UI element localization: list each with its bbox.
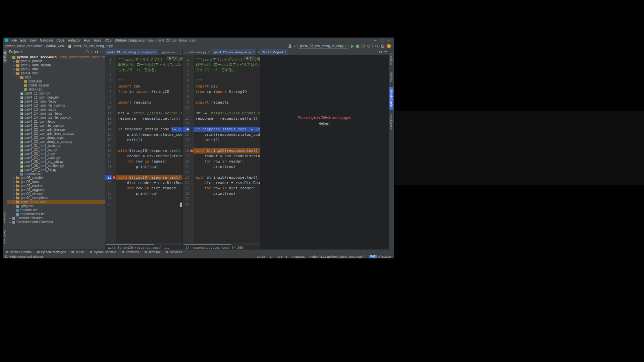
code-line[interactable]: 9import requests: [183, 100, 260, 105]
menu-view[interactable]: View: [28, 39, 38, 42]
tree-item-part4-34-html-class-py[interactable]: part4_34_html_class.py: [7, 156, 105, 160]
code-line[interactable]: 18with StringIO(response.text) as string…: [105, 148, 182, 154]
avatar[interactable]: [387, 44, 391, 48]
code-line[interactable]: 28: [105, 202, 182, 207]
toolwindow-button-python-packages[interactable]: Python Packages: [37, 250, 66, 254]
code-line[interactable]: 7from io import StringIO: [183, 89, 260, 95]
toolwindow-button-services[interactable]: Services: [166, 250, 182, 254]
editor-tab[interactable]: v_split_lines.py×: [183, 49, 212, 55]
code-line[interactable]: 8: [183, 95, 260, 100]
code-line[interactable]: 22: [105, 170, 182, 175]
tree-item-part04-web[interactable]: ▾part04_web: [7, 71, 105, 75]
tree-chevron-icon[interactable]: ▾: [12, 71, 16, 75]
code-line[interactable]: 14if response.status_code != 200:: [105, 127, 182, 132]
status-item-python-3-11-python-basic-sec2-main-[interactable]: Python 3.11 (python_basic_sec2-main): [309, 255, 364, 258]
code-line[interactable]: 20 for row in reader:: [105, 159, 182, 164]
tree-item-readme-md[interactable]: readme.md: [7, 208, 105, 212]
status-item-utf-8[interactable]: UTF-8: [278, 255, 287, 258]
tree-chevron-icon[interactable]: ▸: [12, 196, 16, 200]
tree-item-stock-csv[interactable]: stock.csv: [7, 87, 105, 92]
close-icon[interactable]: ×: [284, 50, 286, 54]
menu-tools[interactable]: Tools: [92, 39, 103, 42]
code-line[interactable]: 8: [105, 95, 182, 100]
profiler-icon[interactable]: [367, 45, 370, 48]
code-line[interactable]: 10: [105, 105, 182, 111]
code-line[interactable]: 19 reader = csv.reader(string_io): [105, 154, 182, 159]
tree-chevron-icon[interactable]: ▸: [12, 67, 16, 71]
search-icon[interactable]: [375, 44, 379, 48]
tree-chevron-icon[interactable]: ▸: [12, 59, 16, 63]
code-line[interactable]: 6import csv: [183, 84, 260, 89]
tree-item-metal-all-json[interactable]: metal_all.json: [7, 83, 105, 87]
code-line[interactable]: 16 exit(1): [183, 137, 260, 143]
debug-icon[interactable]: [356, 45, 359, 48]
tree-item-part4-21-csv-file-py[interactable]: part4_21_csv_file.py: [7, 120, 105, 124]
menu-edit[interactable]: Edit: [18, 39, 28, 42]
tree-chevron-icon[interactable]: ▸: [12, 192, 16, 196]
code-line[interactable]: 3ウェブサーバーである。: [183, 68, 260, 73]
menu-run[interactable]: Run: [82, 39, 92, 42]
code-line[interactable]: 19 reader = csv.reader(string_io): [183, 154, 260, 159]
tree-item-venv[interactable]: ▸venvlibrary root: [7, 200, 105, 204]
code-line[interactable]: 25 for row in dict_reader:: [183, 186, 260, 191]
code-area[interactable]: 2 ▾ 1"""csvファイルをダウンロードして解析する。2取得元が、ローカルの…: [105, 55, 182, 243]
tree-item-part4-31-html-basic-py[interactable]: part4_31_html_basic.py: [7, 144, 105, 148]
tree-chevron-icon[interactable]: ▸: [12, 188, 16, 192]
close-icon[interactable]: ×: [208, 50, 209, 54]
code-line[interactable]: 24 dict_reader = csv.DictReader(string_i…: [183, 180, 260, 186]
maximize-icon[interactable]: □: [381, 39, 383, 42]
minimize-icon[interactable]: ─: [374, 39, 376, 42]
code-line[interactable]: 2取得元が、ローカルのファイルではなく、: [183, 62, 260, 68]
code-line[interactable]: 15 print(response.status_code): [105, 132, 182, 137]
memory-indicator[interactable]: 541 of 8192M: [369, 255, 391, 258]
tree-chevron-icon[interactable]: ▾: [16, 75, 20, 79]
tree-item-part4-13-json-list-py[interactable]: part4_13_json_list.py: [7, 108, 105, 112]
code-line[interactable]: 4: [105, 73, 182, 78]
tree-chevron-icon[interactable]: ▸: [12, 176, 16, 180]
tree-item-part4-33-html-id-py[interactable]: part4_33_html_id.py: [7, 152, 105, 156]
code-line[interactable]: 6import csv: [105, 84, 182, 89]
status-item-14-32[interactable]: 14:32: [257, 255, 265, 258]
tree-item-part4-11-json-copy-py[interactable]: part4_11_json_copy.py: [7, 96, 105, 100]
code-line[interactable]: 27: [105, 196, 182, 202]
copilot-refresh-link[interactable]: Refresh: [260, 122, 389, 125]
code-line[interactable]: 17: [105, 143, 182, 148]
tree-item-part05-callable[interactable]: ▸part05_callable: [7, 176, 105, 180]
code-line[interactable]: 15 print(response.status_code): [183, 132, 260, 137]
settings-gear-icon[interactable]: [95, 51, 98, 53]
menu-vcs[interactable]: VCS: [103, 39, 113, 42]
locate-file-icon[interactable]: [86, 50, 89, 53]
tree-item-gold-json[interactable]: gold.json: [7, 79, 105, 83]
code-line[interactable]: 11url = 'https://flask.pc5bai.com/': [183, 111, 260, 116]
code-line[interactable]: 5""": [105, 78, 182, 84]
chevron-down-icon[interactable]: ▾: [294, 45, 295, 48]
code-line[interactable]: 25 for row in dict_reader:: [105, 186, 182, 191]
tree-item-part4-21-csv-file-copy-py[interactable]: part4_21_csv_file_copy.py: [7, 124, 105, 128]
menu-refactor[interactable]: Refactor: [66, 39, 82, 42]
code-line[interactable]: 26 print(row): [183, 191, 260, 196]
tree-item-part08-argparse[interactable]: ▸part08_argparse: [7, 188, 105, 192]
tree-item-part4-23-csv-string-io-copy-py[interactable]: part4_23_csv_string_io_copy.py: [7, 140, 105, 144]
code-line[interactable]: 11url = 'https://flask.pc5bai.com/': [105, 111, 182, 116]
tree-item-part4-12-json-file-py[interactable]: part4_12_json_file.py: [7, 100, 105, 104]
coverage-icon[interactable]: [362, 45, 365, 48]
code-line[interactable]: 23with StringIO(response.text) as string…: [183, 175, 260, 180]
tool-strip-item-project[interactable]: Project: [3, 50, 7, 63]
code-line[interactable]: 21 print(row): [183, 164, 260, 170]
code-line[interactable]: 13: [183, 121, 260, 127]
tree-item-part4-37-html-file-py[interactable]: part4_37_html_file.py: [7, 168, 105, 172]
tree-item--gitignore[interactable]: .gitignore: [7, 204, 105, 208]
tree-item-part06-funcs[interactable]: ▸part06_funcs: [7, 180, 105, 184]
tree-chevron-icon[interactable]: ▸: [8, 216, 12, 220]
tab-github-copilot[interactable]: GitHub Copilot ×: [260, 49, 288, 55]
code-line[interactable]: 24 dict_reader = csv.DictReader(string_i…: [105, 180, 182, 186]
code-line[interactable]: 16 exit(1): [105, 137, 182, 143]
breadcrumb-item[interactable]: part04_web: [46, 44, 64, 48]
h-scrollbar[interactable]: [105, 243, 182, 245]
code-line[interactable]: 2取得元が、ローカルのファイルではなく、: [105, 62, 182, 68]
tree-item-requirements-txt[interactable]: requirements.txt: [7, 212, 105, 216]
breakpoint-icon[interactable]: [190, 149, 193, 152]
run-icon[interactable]: [351, 45, 354, 48]
tree-chevron-icon[interactable]: ▸: [12, 184, 16, 188]
tree-item-part4-22-csv-split-lines-py[interactable]: part4_22_csv_split_lines.py: [7, 128, 105, 132]
